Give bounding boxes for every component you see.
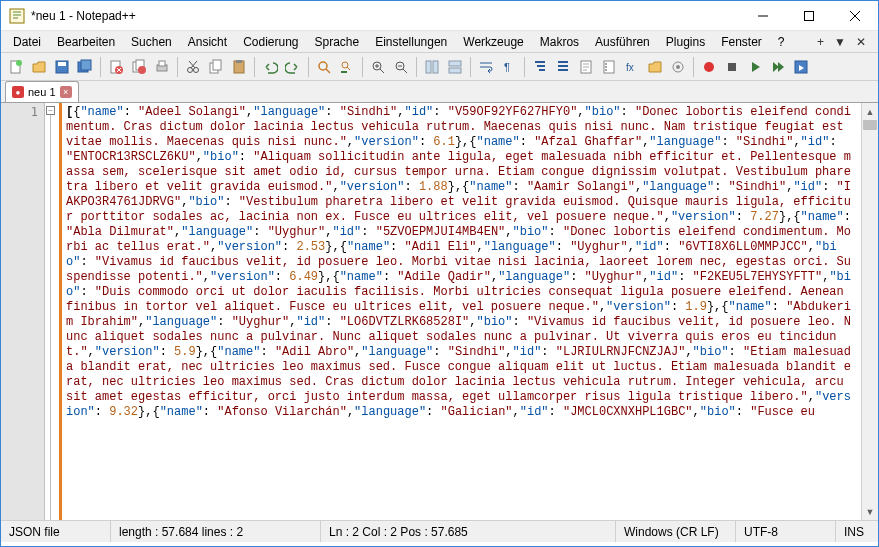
play-macro-icon[interactable] [744, 56, 766, 78]
svg-point-37 [676, 65, 680, 69]
scroll-up-icon[interactable]: ▲ [862, 103, 878, 120]
svg-point-33 [605, 66, 607, 68]
svg-point-15 [188, 67, 193, 72]
tab-neu-1[interactable]: ● neu 1 × [5, 81, 79, 102]
menu-bearbeiten[interactable]: Bearbeiten [49, 33, 123, 51]
menubar-plus-button[interactable]: + [817, 35, 824, 49]
svg-rect-18 [213, 60, 221, 70]
copy-icon[interactable] [205, 56, 227, 78]
line-number: 1 [1, 105, 38, 120]
record-macro-icon[interactable] [698, 56, 720, 78]
menu-fenster[interactable]: Fenster [713, 33, 770, 51]
statusbar: JSON file length : 57.684 lines : 2 Ln :… [1, 520, 878, 542]
status-length: length : 57.684 lines : 2 [111, 521, 321, 542]
svg-rect-0 [10, 9, 24, 23]
close-file-icon[interactable] [105, 56, 127, 78]
menu-sprache[interactable]: Sprache [307, 33, 368, 51]
function-list-icon[interactable]: fx [621, 56, 643, 78]
sync-h-icon[interactable] [444, 56, 466, 78]
print-icon[interactable] [151, 56, 173, 78]
monitoring-icon[interactable] [667, 56, 689, 78]
svg-rect-1 [805, 11, 814, 20]
play-multi-icon[interactable] [767, 56, 789, 78]
fold-column: − [45, 103, 59, 520]
status-insert-mode[interactable]: INS [836, 521, 878, 542]
svg-point-38 [704, 62, 714, 72]
editor-area: 1 − [{"name": "Adeel Solangi","language"… [1, 103, 878, 520]
cut-icon[interactable] [182, 56, 204, 78]
scroll-thumb[interactable] [863, 120, 877, 130]
tab-close-icon[interactable]: × [60, 86, 72, 98]
status-eol[interactable]: Windows (CR LF) [616, 521, 736, 542]
replace-icon[interactable] [336, 56, 358, 78]
menu-suchen[interactable]: Suchen [123, 33, 180, 51]
status-position: Ln : 2 Col : 2 Pos : 57.685 [321, 521, 616, 542]
fold-line [50, 115, 51, 520]
file-modified-icon: ● [12, 86, 24, 98]
status-encoding[interactable]: UTF-8 [736, 521, 836, 542]
menu-plugins[interactable]: Plugins [658, 33, 713, 51]
paste-icon[interactable] [228, 56, 250, 78]
redo-icon[interactable] [282, 56, 304, 78]
find-icon[interactable] [313, 56, 335, 78]
menu-help[interactable]: ? [770, 33, 793, 51]
svg-rect-7 [81, 60, 91, 70]
sync-v-icon[interactable] [421, 56, 443, 78]
toolbar: ¶ fx [1, 53, 878, 81]
window-title: *neu 1 - Notepad++ [31, 9, 740, 23]
menu-codierung[interactable]: Codierung [235, 33, 306, 51]
code-editor[interactable]: [{"name": "Adeel Solangi","language": "S… [62, 103, 861, 520]
fold-toggle-icon[interactable]: − [46, 106, 55, 115]
menu-ausfuehren[interactable]: Ausführen [587, 33, 658, 51]
svg-point-16 [194, 67, 199, 72]
save-all-icon[interactable] [74, 56, 96, 78]
svg-point-32 [605, 63, 607, 65]
tab-label: neu 1 [28, 86, 56, 98]
menu-datei[interactable]: Datei [5, 33, 49, 51]
save-icon[interactable] [51, 56, 73, 78]
scroll-down-icon[interactable]: ▼ [862, 503, 878, 520]
zoom-out-icon[interactable] [390, 56, 412, 78]
menubar-dropdown-button[interactable]: ▼ [834, 35, 846, 49]
svg-point-12 [138, 66, 146, 74]
line-number-gutter: 1 [1, 103, 45, 520]
tabbar: ● neu 1 × [1, 81, 878, 103]
svg-point-21 [319, 62, 327, 70]
svg-point-3 [16, 60, 22, 66]
doc-list-icon[interactable] [598, 56, 620, 78]
undo-icon[interactable] [259, 56, 281, 78]
open-file-icon[interactable] [28, 56, 50, 78]
minimize-button[interactable] [740, 1, 786, 31]
doc-map-icon[interactable] [575, 56, 597, 78]
svg-rect-5 [58, 62, 66, 66]
menubar-close-button[interactable]: ✕ [856, 35, 866, 49]
show-all-chars-icon[interactable]: ¶ [498, 56, 520, 78]
new-file-icon[interactable] [5, 56, 27, 78]
svg-rect-14 [159, 61, 165, 66]
wordwrap-icon[interactable] [475, 56, 497, 78]
menu-werkzeuge[interactable]: Werkzeuge [455, 33, 531, 51]
maximize-button[interactable] [786, 1, 832, 31]
svg-point-34 [605, 69, 607, 71]
titlebar: *neu 1 - Notepad++ [1, 1, 878, 31]
user-lang-icon[interactable] [552, 56, 574, 78]
svg-rect-25 [426, 61, 431, 73]
save-macro-icon[interactable] [790, 56, 812, 78]
menu-makros[interactable]: Makros [532, 33, 587, 51]
menu-einstellungen[interactable]: Einstellungen [367, 33, 455, 51]
close-all-icon[interactable] [128, 56, 150, 78]
svg-text:fx: fx [626, 62, 634, 73]
svg-rect-26 [433, 61, 438, 73]
svg-rect-39 [728, 63, 736, 71]
close-button[interactable] [832, 1, 878, 31]
menubar: Datei Bearbeiten Suchen Ansicht Codierun… [1, 31, 878, 53]
svg-text:¶: ¶ [504, 61, 510, 73]
folder-workspace-icon[interactable] [644, 56, 666, 78]
vertical-scrollbar[interactable]: ▲ ▼ [861, 103, 878, 520]
stop-macro-icon[interactable] [721, 56, 743, 78]
menu-ansicht[interactable]: Ansicht [180, 33, 235, 51]
svg-rect-27 [449, 61, 461, 66]
svg-rect-28 [449, 68, 461, 73]
indent-guide-icon[interactable] [529, 56, 551, 78]
zoom-in-icon[interactable] [367, 56, 389, 78]
